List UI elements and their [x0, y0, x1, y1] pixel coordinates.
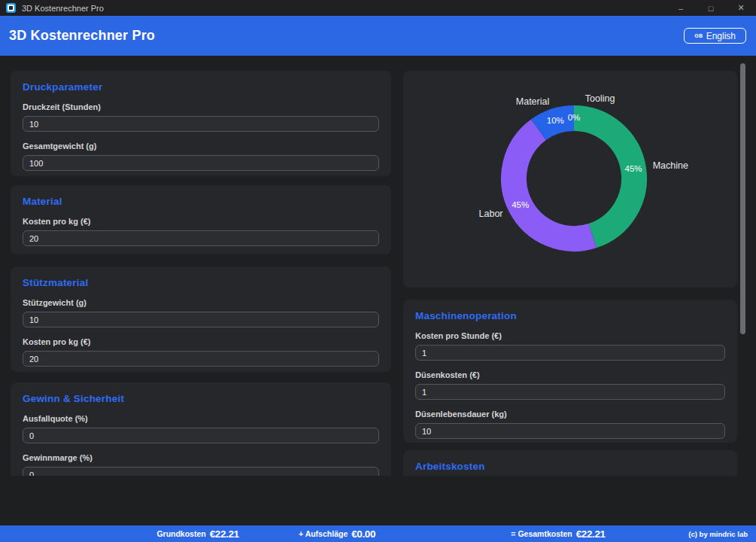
window-controls: – □ ✕	[666, 0, 756, 16]
base-cost-label: Grundkosten	[156, 529, 205, 538]
card-arbeitskosten: Arbeitskosten	[403, 450, 737, 476]
total-cost-label: = Gesamtkosten	[511, 529, 572, 538]
druckzeit-input[interactable]	[23, 116, 379, 132]
duesenkosten-label: Düsenkosten (€)	[415, 370, 725, 379]
copyright-text: (c) by mindric lab	[688, 525, 748, 542]
ausfallquote-label: Ausfallquote (%)	[23, 414, 379, 423]
cost-breakdown-donut-chart: 45%Machine45%Labor10%Material0%Tooling	[403, 71, 737, 288]
card-cost-breakdown-chart: 45%Machine45%Labor10%Material0%Tooling	[403, 71, 737, 288]
card-title: Material	[23, 196, 379, 207]
base-cost-value: €22.21	[210, 528, 239, 540]
language-label: English	[706, 31, 736, 41]
minimize-icon[interactable]: –	[666, 0, 696, 16]
donut-segment-machine	[574, 118, 634, 236]
card-druckparameter: Druckparameter Druckzeit (Stunden) Gesam…	[11, 71, 391, 176]
gewinnmarge-label: Gewinnmarge (%)	[23, 453, 379, 462]
stuetz-kosten-label: Kosten pro kg (€)	[23, 337, 379, 346]
chart-label: 45%	[512, 200, 529, 209]
total-cost-group: = Gesamtkosten €22.21	[511, 525, 605, 542]
ausfallquote-input[interactable]	[23, 428, 379, 443]
app-icon	[6, 3, 16, 13]
card-stuetzmaterial: Stützmaterial Stützgewicht (g) Kosten pr…	[11, 266, 391, 372]
base-cost-group: Grundkosten €22.21	[156, 525, 238, 542]
card-title: Maschinenoperation	[415, 310, 725, 321]
chart-label: Machine	[653, 160, 688, 171]
donut-segment-labor	[514, 129, 593, 239]
card-title: Arbeitskosten	[415, 461, 725, 472]
material-kosten-input[interactable]	[23, 230, 379, 246]
titlebar: 3D Kostenrechner Pro – □ ✕	[0, 0, 756, 16]
card-title: Gewinn & Sicherheit	[23, 393, 379, 404]
stuetzgewicht-label: Stützgewicht (g)	[23, 298, 379, 307]
card-title: Druckparameter	[23, 81, 379, 93]
content-viewport: Druckparameter Druckzeit (Stunden) Gesam…	[0, 56, 756, 476]
kosten-pro-stunde-input[interactable]	[415, 345, 725, 361]
material-kosten-label: Kosten pro kg (€)	[23, 217, 379, 226]
chart-label: 45%	[625, 164, 642, 173]
kosten-pro-stunde-label: Kosten pro Stunde (€)	[415, 331, 725, 340]
total-cost-value: €22.21	[576, 528, 606, 540]
scrollbar-thumb[interactable]	[740, 63, 745, 334]
druckzeit-label: Druckzeit (Stunden)	[23, 102, 379, 111]
app-header: 3D Kostenrechner Pro GB English	[0, 16, 756, 56]
page-title: 3D Kostenrechner Pro	[9, 28, 155, 44]
surcharge-group: + Aufschläge €0.00	[299, 525, 375, 542]
gesamtgewicht-input[interactable]	[23, 155, 379, 171]
chart-label: 10%	[547, 116, 564, 125]
card-title: Stützmaterial	[23, 277, 379, 288]
surcharge-label: + Aufschläge	[299, 529, 348, 538]
titlebar-title: 3D Kostenrechner Pro	[22, 4, 104, 13]
footer-bar: Grundkosten €22.21 + Aufschläge €0.00 = …	[0, 525, 756, 542]
language-toggle-button[interactable]: GB English	[684, 28, 746, 44]
duesenlebensdauer-label: Düsenlebensdauer (kg)	[415, 410, 725, 419]
surcharge-value: €0.00	[351, 528, 375, 540]
stuetz-kosten-input[interactable]	[23, 351, 379, 367]
chart-label: 0%	[568, 113, 581, 122]
card-gewinn-sicherheit: Gewinn & Sicherheit Ausfallquote (%) Gew…	[11, 382, 391, 476]
chart-label: Material	[516, 96, 549, 107]
close-icon[interactable]: ✕	[726, 0, 756, 16]
stuetzgewicht-input[interactable]	[23, 312, 379, 327]
card-material: Material Kosten pro kg (€)	[11, 185, 391, 254]
gewinnmarge-input[interactable]	[23, 467, 379, 476]
maximize-icon[interactable]: □	[696, 0, 726, 16]
chart-label: Labor	[479, 209, 503, 219]
gesamtgewicht-label: Gesamtgewicht (g)	[23, 142, 379, 151]
card-maschinenoperation: Maschinenoperation Kosten pro Stunde (€)…	[403, 300, 737, 443]
duesenlebensdauer-input[interactable]	[415, 423, 725, 439]
gb-flag-icon: GB	[694, 33, 703, 38]
duesenkosten-input[interactable]	[415, 384, 725, 400]
chart-label: Tooling	[585, 93, 615, 104]
